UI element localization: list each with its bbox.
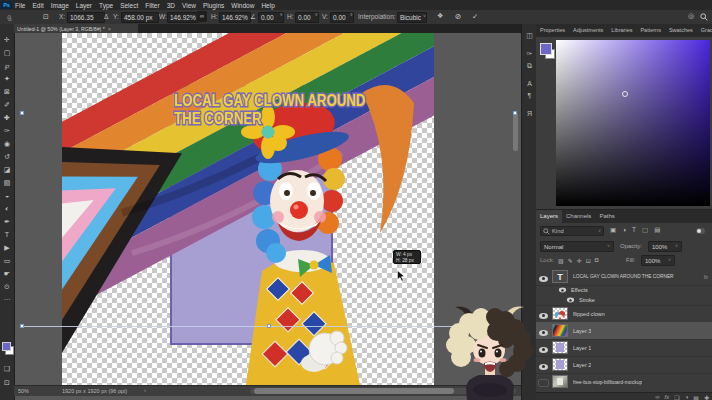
pen-tool[interactable]: ✒ xyxy=(0,215,14,228)
opacity-field[interactable]: 100% ˅ xyxy=(648,241,682,252)
visibility-eye-icon[interactable] xyxy=(559,288,566,293)
menu-filter[interactable]: Filter xyxy=(145,2,159,9)
height-value-field[interactable]: 146.92% xyxy=(219,12,251,23)
layer-row-layer1[interactable]: Layer 1 xyxy=(536,339,712,357)
gradient-tool[interactable]: ▧ xyxy=(0,176,14,189)
tab-libraries[interactable]: Libraries xyxy=(607,24,636,37)
transform-handle-middle-right[interactable] xyxy=(513,111,517,115)
maintain-aspect-link-icon[interactable]: ∞ xyxy=(197,11,207,22)
tab-layers[interactable]: Layers xyxy=(536,210,562,223)
tab-channels[interactable]: Channels xyxy=(562,210,595,223)
lock-transparency-icon[interactable]: ▨ xyxy=(558,257,564,264)
menu-type[interactable]: Type xyxy=(99,2,113,9)
tab-paths[interactable]: Paths xyxy=(595,210,618,223)
horizontal-scrollbar-thumb[interactable] xyxy=(254,388,454,394)
add-mask-icon[interactable]: ❏ xyxy=(674,394,679,400)
collapse-panels-icon[interactable]: ◫ xyxy=(522,32,537,40)
transform-handle-middle-left[interactable] xyxy=(20,111,24,115)
shape-tool[interactable]: ▭ xyxy=(0,254,14,267)
menu-help[interactable]: Help xyxy=(261,2,274,9)
layer-style-icon[interactable]: fx xyxy=(665,394,670,400)
zoom-tool[interactable]: ⊙ xyxy=(0,280,14,293)
zoom-percent-field[interactable]: 50% xyxy=(18,388,29,394)
layer-row-layer2[interactable]: Layer 2 xyxy=(536,356,712,374)
lock-all-icon[interactable]: ◘ xyxy=(595,257,599,264)
layer-fx-badge[interactable]: fx xyxy=(704,274,708,280)
hand-tool[interactable]: ☛ xyxy=(0,267,14,280)
layer-row-mockup[interactable]: free-bus-stop-billboard-mockup xyxy=(536,373,712,390)
move-tool[interactable]: ✛ xyxy=(0,33,14,46)
filter-type-layers-icon[interactable]: T xyxy=(632,226,636,234)
object-selection-tool[interactable]: ✦ xyxy=(0,72,14,85)
type-tool[interactable]: T xyxy=(0,228,14,241)
visibility-eye-icon[interactable] xyxy=(539,276,548,282)
path-selection-tool[interactable]: ▶ xyxy=(0,241,14,254)
foreground-swatch[interactable] xyxy=(540,43,552,55)
menu-view[interactable]: View xyxy=(182,2,196,9)
filter-shape-layers-icon[interactable]: ▢ xyxy=(642,226,648,234)
color-field-cursor[interactable] xyxy=(622,91,628,97)
layer-row-effects[interactable]: Effects xyxy=(536,285,712,295)
menu-3d[interactable]: 3D xyxy=(167,2,175,9)
color-field[interactable] xyxy=(556,40,710,206)
adjustment-layer-icon[interactable]: ◑ xyxy=(685,394,689,400)
dodge-tool[interactable]: ◐ xyxy=(0,202,14,215)
menu-select[interactable]: Select xyxy=(120,2,138,9)
brush-settings-panel-icon[interactable]: ✑ xyxy=(522,50,537,58)
brush-tool[interactable]: ✑ xyxy=(0,124,14,137)
lock-position-icon[interactable]: ✛ xyxy=(577,257,582,264)
tab-adjustments[interactable]: Adjustments xyxy=(569,24,607,37)
reference-point-icon[interactable]: ⊡ xyxy=(43,13,49,21)
document-tab[interactable]: Untitled-1 @ 50% (Layer 3, RGB/8#) * × xyxy=(14,24,138,33)
workspace-icon[interactable]: ⧉ xyxy=(8,16,12,23)
lock-pixels-icon[interactable]: ✎ xyxy=(568,257,573,264)
color-swatches[interactable] xyxy=(2,342,12,354)
new-group-icon[interactable]: ▤ xyxy=(693,394,699,400)
canvas[interactable]: LOCAL GAY CLOWN AROUND THE CORNER xyxy=(62,33,434,385)
tab-gradients[interactable]: Gradients xyxy=(697,24,712,37)
visibility-eye-icon[interactable] xyxy=(567,298,574,303)
filter-pixel-layers-icon[interactable]: ▣ xyxy=(610,226,616,234)
tab-properties[interactable]: Properties xyxy=(536,24,569,37)
menu-window[interactable]: Window xyxy=(231,2,254,9)
filter-smart-objects-icon[interactable]: ▤ xyxy=(654,226,660,234)
cancel-transform-icon[interactable]: ⊘ xyxy=(455,12,461,21)
new-layer-icon[interactable]: ✚ xyxy=(704,394,709,400)
menu-plugins[interactable]: Plugins xyxy=(203,2,224,9)
menu-layer[interactable]: Layer xyxy=(76,2,92,9)
paragraph-panel-icon[interactable]: ¶ xyxy=(522,92,537,99)
tab-patterns[interactable]: Patterns xyxy=(636,24,664,37)
fill-field[interactable]: 100% ˅ xyxy=(641,255,675,266)
layer-row-layer3-selected[interactable]: Layer 3 xyxy=(536,322,712,340)
y-value-field[interactable]: 458.00 px xyxy=(121,12,159,23)
share-icon[interactable]: ◎ xyxy=(688,12,694,20)
interpolation-caret-icon[interactable]: ˅ xyxy=(423,13,426,19)
status-options-chevron[interactable]: › xyxy=(144,387,146,393)
menu-edit[interactable]: Edit xyxy=(32,2,43,9)
history-brush-tool[interactable]: ↺ xyxy=(0,150,14,163)
filter-toggle-switch[interactable] xyxy=(696,228,705,234)
filter-adjustment-layers-icon[interactable]: ◑ xyxy=(622,226,626,234)
transform-handle-bottom-left[interactable] xyxy=(20,324,24,328)
relative-position-icon[interactable]: Δ xyxy=(104,13,108,20)
tab-swatches[interactable]: Swatches xyxy=(665,24,697,37)
screen-mode-button[interactable]: ⊡ xyxy=(0,376,14,389)
layer-row-text[interactable]: T LOCAL GAY CLOWN AROUND THE CORNER fx xyxy=(536,268,712,286)
blur-tool[interactable]: ◒ xyxy=(0,189,14,202)
quick-mask-button[interactable]: ❏ xyxy=(0,362,14,375)
crop-tool[interactable]: ⊠ xyxy=(0,85,14,98)
commit-transform-icon[interactable]: ✓ xyxy=(472,12,478,21)
tab-close-icon[interactable]: × xyxy=(108,26,111,32)
foreground-color-swatch[interactable] xyxy=(2,342,11,351)
layer-row-flipped-clown[interactable]: flipped clown xyxy=(536,305,712,323)
character-panel-icon[interactable]: A xyxy=(522,80,537,87)
width-value-field[interactable]: 146.92% xyxy=(167,12,199,23)
layer-filter-select[interactable]: Kind ˅ xyxy=(540,226,604,236)
clone-stamp-tool[interactable]: ◉ xyxy=(0,137,14,150)
menu-file[interactable]: File xyxy=(15,2,25,9)
eyedropper-tool[interactable]: ✐ xyxy=(0,98,14,111)
marquee-tool[interactable]: ▢ xyxy=(0,46,14,59)
warp-mode-icon[interactable]: ❖ xyxy=(437,12,443,20)
healing-brush-tool[interactable]: ✚ xyxy=(0,111,14,124)
vertical-scrollbar[interactable] xyxy=(513,113,518,151)
